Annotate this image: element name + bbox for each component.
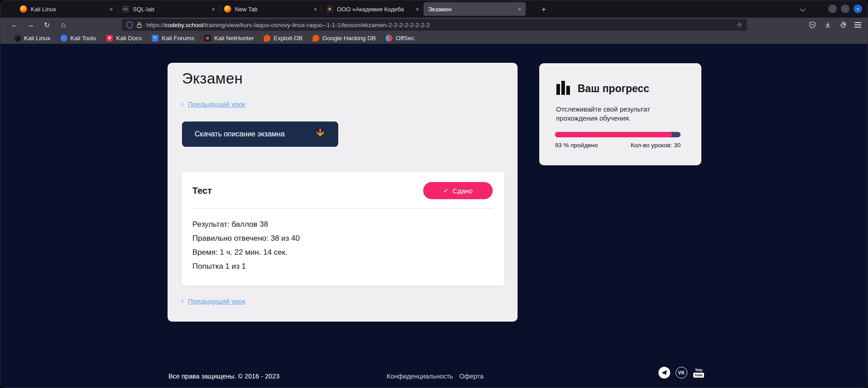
youtube-tube-text: Tube bbox=[693, 373, 705, 378]
telegram-icon[interactable] bbox=[658, 367, 670, 379]
page-title: Экзамен bbox=[182, 70, 243, 87]
browser-window: Kali Linux × SQL SQL-lab × New Tab × ООО… bbox=[0, 0, 868, 388]
exploit-db-bird-icon bbox=[264, 35, 271, 42]
test-result-card: Тест ✓ Сдано Результат: баллов 38 Правил… bbox=[182, 172, 504, 285]
firefox-icon bbox=[20, 5, 27, 13]
tab-title: SQL-lab bbox=[133, 6, 208, 13]
privacy-link[interactable]: Конфиденциальность bbox=[387, 373, 453, 380]
bookmark-offsec[interactable]: OffSec bbox=[386, 35, 414, 42]
bookmark-exploit-db[interactable]: Exploit-DB bbox=[264, 35, 303, 42]
back-icon[interactable]: ← bbox=[8, 18, 21, 32]
kali-nethunter-icon bbox=[204, 35, 211, 42]
bar-chart-icon bbox=[556, 80, 570, 95]
extensions-puzzle-icon[interactable] bbox=[839, 21, 847, 29]
offsec-icon bbox=[386, 35, 392, 42]
bookmark-kali-linux[interactable]: Kali Linux bbox=[14, 35, 51, 42]
tab-ekzamen-active[interactable]: Экзамен × bbox=[424, 2, 526, 16]
navigation-toolbar: ← → ↻ ⌂ https://codeby.school/training/v… bbox=[0, 18, 868, 32]
bookmark-star-icon[interactable]: ☆ bbox=[737, 21, 742, 29]
check-icon: ✓ bbox=[443, 187, 448, 194]
result-attempt-line: Попытка 1 из 1 bbox=[192, 262, 246, 271]
codeby-icon bbox=[326, 5, 333, 13]
google-hacking-db-bird-icon bbox=[313, 35, 319, 42]
download-icon bbox=[315, 128, 326, 140]
youtube-icon[interactable]: You Tube bbox=[693, 367, 705, 379]
downloads-icon[interactable] bbox=[824, 21, 831, 29]
bookmark-label: Kali NetHunter bbox=[214, 35, 254, 42]
tab-title: ООО «Академия Кодеба bbox=[337, 6, 412, 13]
download-button-label: Скачать описание экзамна bbox=[195, 130, 315, 138]
progress-bar bbox=[555, 132, 681, 137]
offer-link[interactable]: Оферта bbox=[459, 373, 484, 380]
previous-lesson-label: Предыдущий урок bbox=[188, 297, 245, 305]
padlock-icon[interactable] bbox=[137, 22, 142, 28]
tab-title: Kali Linux bbox=[31, 6, 106, 13]
url-bar[interactable]: https://codeby.school/training/view/kurs… bbox=[122, 19, 747, 31]
new-tab-button[interactable]: + bbox=[538, 4, 550, 15]
previous-lesson-link-top[interactable]: ‹ Предыдущий урок bbox=[181, 100, 245, 108]
tab-kali-linux[interactable]: Kali Linux × bbox=[15, 2, 117, 16]
tab-sql-lab[interactable]: SQL SQL-lab × bbox=[117, 2, 219, 16]
minimize-button[interactable] bbox=[828, 5, 837, 13]
tab-codeby-academy[interactable]: ООО «Академия Кодеба × bbox=[322, 2, 424, 16]
tab-close-icon[interactable]: × bbox=[518, 6, 521, 13]
result-score-line: Результат: баллов 38 bbox=[192, 220, 268, 229]
exam-card: Экзамен ‹ Предыдущий урок Скачать описан… bbox=[168, 63, 518, 322]
progress-card: Ваш прогресс Отслеживайте свой результат… bbox=[539, 63, 701, 165]
close-window-button[interactable]: × bbox=[854, 5, 862, 13]
url-text[interactable]: https://codeby.school/training/view/kurs… bbox=[146, 22, 733, 28]
tab-title: Экзамен bbox=[428, 6, 514, 13]
tab-close-icon[interactable]: × bbox=[313, 6, 317, 13]
kali-forums-icon: ✎ bbox=[152, 35, 159, 42]
sql-site-icon: SQL bbox=[122, 5, 129, 13]
progress-bar-fill bbox=[555, 132, 672, 137]
bookmark-google-hacking-db[interactable]: Google Hacking DB bbox=[313, 35, 376, 42]
toolbar-right-icons bbox=[808, 18, 861, 32]
maximize-button[interactable] bbox=[841, 5, 849, 13]
window-controls: × bbox=[828, 5, 862, 13]
vk-icon[interactable]: VK bbox=[676, 367, 687, 379]
menu-hamburger-icon[interactable] bbox=[854, 22, 861, 23]
progress-title: Ваш прогресс bbox=[578, 83, 649, 95]
progress-percent-label: 93 % пройдено bbox=[555, 142, 598, 149]
progress-header: Ваш прогресс bbox=[556, 80, 649, 95]
tab-close-icon[interactable]: × bbox=[109, 6, 113, 13]
chevron-left-icon: ‹ bbox=[181, 100, 184, 108]
page-content: Экзамен ‹ Предыдущий урок Скачать описан… bbox=[0, 44, 868, 388]
bookmark-kali-nethunter[interactable]: Kali NetHunter bbox=[204, 35, 254, 42]
download-exam-description-button[interactable]: Скачать описание экзамна bbox=[182, 122, 338, 147]
test-title: Тест bbox=[192, 186, 212, 196]
tab-title: New Tab bbox=[235, 6, 310, 13]
home-icon[interactable]: ⌂ bbox=[56, 18, 70, 32]
bookmarks-bar: Kali Linux Kali Tools ØKali Docs ✎Kali F… bbox=[0, 32, 868, 44]
tab-close-icon[interactable]: × bbox=[415, 6, 419, 13]
reload-icon[interactable]: ↻ bbox=[40, 18, 54, 32]
bookmark-kali-forums[interactable]: ✎Kali Forums bbox=[152, 35, 194, 42]
forward-icon[interactable]: → bbox=[24, 18, 37, 32]
extension-shield-icon[interactable] bbox=[808, 21, 816, 29]
bookmark-kali-docs[interactable]: ØKali Docs bbox=[106, 35, 142, 42]
previous-lesson-link-bottom[interactable]: ‹ Предыдущий урок bbox=[181, 297, 245, 305]
url-domain: codeby.school bbox=[165, 22, 203, 28]
tab-bar: Kali Linux × SQL SQL-lab × New Tab × ООО… bbox=[0, 0, 868, 18]
tab-close-icon[interactable]: × bbox=[211, 6, 215, 13]
social-icons: VK You Tube bbox=[658, 367, 705, 379]
progress-description: Отслеживайте свой результат прохождения … bbox=[556, 105, 669, 123]
bookmark-label: Kali Forums bbox=[162, 35, 194, 42]
url-prefix: https:// bbox=[146, 22, 165, 28]
tracking-protection-shield-icon[interactable] bbox=[126, 21, 133, 28]
result-correct-line: Правильно отвечено: 38 из 40 bbox=[192, 234, 300, 243]
list-all-tabs-chevron-icon[interactable] bbox=[801, 7, 806, 12]
tab-new-tab[interactable]: New Tab × bbox=[219, 2, 322, 16]
status-badge-label: Сдано bbox=[453, 187, 473, 195]
footer-copyright: Все права защищены. © 2016 - 2023 bbox=[168, 373, 280, 380]
bookmark-label: OffSec bbox=[396, 35, 414, 42]
divider bbox=[192, 208, 494, 209]
chevron-down-icon bbox=[800, 6, 806, 12]
kali-dragon-icon bbox=[14, 35, 21, 42]
status-badge: ✓ Сдано bbox=[423, 182, 493, 199]
chevron-left-icon: ‹ bbox=[181, 297, 184, 305]
bookmark-kali-tools[interactable]: Kali Tools bbox=[61, 35, 97, 42]
kali-docs-icon: Ø bbox=[106, 35, 113, 42]
bookmark-label: Kali Docs bbox=[116, 35, 142, 42]
